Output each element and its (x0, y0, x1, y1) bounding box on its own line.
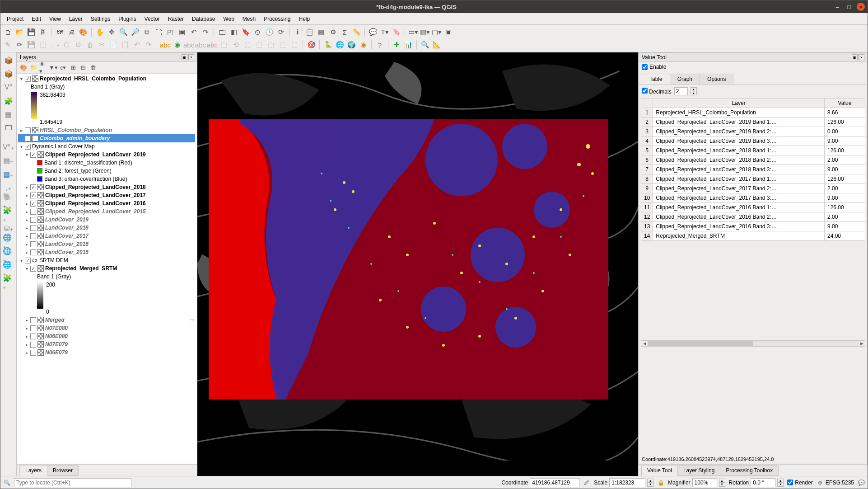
refresh-icon[interactable]: ⟳ (275, 27, 286, 38)
menu-settings[interactable]: Settings (87, 14, 114, 24)
layer-name[interactable]: LandCover_2015 (45, 248, 89, 256)
menu-mesh[interactable]: Mesh (239, 14, 259, 24)
label-icon[interactable]: 🔖 (391, 27, 402, 38)
value-tool-close-button[interactable]: × (859, 54, 864, 60)
label-rotate-icon[interactable]: ⟲ (230, 39, 241, 50)
paste-icon[interactable]: 📋 (120, 39, 131, 50)
tab-value-tool[interactable]: Value Tool (641, 465, 678, 476)
add-vector-icon[interactable]: V°₊ (3, 141, 14, 153)
collapse-all-icon[interactable]: ⊟ (79, 63, 88, 72)
menu-project[interactable]: Project (3, 14, 27, 24)
label-pin-icon[interactable]: abc (195, 39, 206, 50)
select-feature-icon[interactable]: ▭▾ (408, 27, 419, 38)
value-tool-enable-checkbox[interactable]: Enable (642, 64, 864, 70)
rotation-input[interactable] (751, 478, 775, 487)
menu-plugins[interactable]: Plugins (115, 14, 140, 24)
menu-layer[interactable]: Layer (65, 14, 86, 24)
window-maximize-button[interactable]: □ (845, 3, 853, 11)
lock-scale-icon[interactable]: 🔒 (657, 479, 664, 486)
add-feature-icon[interactable]: ⬚ (37, 39, 48, 50)
filter-expr-icon[interactable]: ε▾ (59, 63, 68, 72)
layer-name[interactable]: N06E079 (45, 348, 68, 357)
tab-browser[interactable]: Browser (47, 465, 79, 476)
zoom-next-icon[interactable]: ↷ (200, 27, 211, 38)
layer-checkbox[interactable] (30, 201, 36, 207)
add-group-icon[interactable]: 📁 (29, 63, 38, 72)
magnifier-input[interactable] (692, 478, 717, 487)
add-mssql-icon[interactable]: ⛁₊ (3, 222, 14, 234)
crs-button[interactable]: ⊕ EPSG:5235 (817, 479, 854, 486)
value-table-header-value[interactable]: Value (825, 99, 865, 108)
save-edits-icon[interactable]: 💾 (26, 39, 37, 50)
value-tool-icon[interactable]: ✚ (391, 39, 402, 50)
layer-checkbox[interactable] (25, 76, 31, 82)
save-project-icon[interactable]: 💾 (26, 27, 37, 38)
render-checkbox[interactable]: Render (787, 480, 812, 486)
expand-all-icon[interactable]: ⊞ (69, 63, 78, 72)
label-highlight-icon[interactable]: abc (183, 39, 194, 50)
layer-checkbox[interactable] (25, 127, 31, 133)
layer-checkbox[interactable] (30, 152, 36, 158)
add-xyz-icon[interactable]: 🧩₊ (3, 277, 14, 288)
value-table-row[interactable]: 2Clipped_Reprojected_LandCover_2019 Band… (641, 118, 865, 127)
layer-checkbox[interactable] (30, 317, 36, 323)
save-as-icon[interactable]: 🗄 (37, 27, 48, 38)
new-memory-icon[interactable]: ▦ (3, 108, 14, 120)
value-tool-tab-graph[interactable]: Graph (670, 74, 700, 84)
add-spatialite-icon[interactable]: 🧩₊ (3, 209, 14, 221)
dig-poly-icon[interactable]: ⬡ (61, 39, 72, 50)
new-map-view-icon[interactable]: 🗔 (217, 27, 228, 38)
locator-input[interactable] (14, 478, 131, 487)
window-close-button[interactable]: × (857, 3, 865, 11)
processing-model-icon[interactable]: 📐 (431, 39, 442, 50)
layer-name[interactable]: LandCover_2017 (45, 232, 89, 240)
style-manager-icon[interactable]: 🎨 (78, 27, 89, 38)
open-project-icon[interactable]: 📂 (14, 27, 25, 38)
remove-layer-icon[interactable]: 🗑 (89, 63, 98, 72)
identify-icon[interactable]: ℹ (292, 27, 303, 38)
group-name[interactable]: SRTM DEM (39, 256, 68, 264)
plugin-earth2-icon[interactable]: 🌍 (346, 39, 357, 50)
layout-manager-icon[interactable]: 🖨 (66, 27, 77, 38)
calc-field-icon[interactable]: 📋 (304, 27, 315, 38)
plugin-earth1-icon[interactable]: 🌐 (334, 39, 345, 50)
layers-panel-undock-button[interactable]: ▣ (182, 54, 187, 60)
layer-name[interactable]: Clipped_Reprojected_LandCover_2017 (45, 191, 146, 199)
select-all-icon[interactable]: ▣ (443, 27, 454, 38)
label-diagram-icon[interactable]: ◉ (172, 39, 182, 50)
zoom-out-icon[interactable]: 🔎 (130, 27, 140, 38)
magnifier-spinner[interactable]: ▲▼ (719, 479, 725, 487)
value-table-row[interactable]: 7Clipped_Reprojected_LandCover_2018 Band… (641, 165, 865, 174)
add-poly-icon[interactable]: ⟋▾ (49, 39, 60, 50)
new-3d-view-icon[interactable]: ◧ (229, 27, 239, 38)
pan-selection-icon[interactable]: ✥ (106, 27, 117, 38)
label-tool7-icon[interactable]: ⬚ (277, 39, 288, 50)
layer-name[interactable]: Clipped_Reprojected_LandCover_2015 (45, 207, 146, 216)
layer-name[interactable]: Reprojected_Merged_SRTM (45, 264, 117, 273)
layer-indicator-icon[interactable]: ▭ (189, 316, 194, 324)
stats-summary-icon[interactable]: ⚙ (327, 27, 338, 38)
layer-name[interactable]: Clipped_Reprojected_LandCover_2019 (45, 150, 146, 159)
map-canvas[interactable] (197, 52, 638, 476)
menu-web[interactable]: Web (219, 14, 238, 24)
print-layout-icon[interactable]: 🗺 (54, 27, 65, 38)
menu-database[interactable]: Database (188, 14, 219, 24)
sum-icon[interactable]: Σ (339, 27, 350, 38)
rotation-spinner[interactable]: ▲▼ (777, 479, 784, 487)
layers-panel-close-button[interactable]: × (188, 54, 194, 60)
visibility-icon[interactable]: 👁▾ (39, 63, 48, 72)
menu-edit[interactable]: Edit (28, 14, 45, 24)
maptips-icon[interactable]: 💬 (368, 27, 378, 38)
layer-name[interactable]: HRSL_Colombo_Population (40, 126, 112, 134)
label-toolbar-icon[interactable]: abc (160, 39, 171, 50)
label-change-icon[interactable]: ⬚ (242, 39, 253, 50)
help-toolbar-icon[interactable]: ? (374, 39, 385, 50)
layer-name[interactable]: N07E079 (45, 340, 68, 348)
plugin-target-icon[interactable]: 🎯 (306, 39, 317, 50)
filter-legend-icon[interactable]: ▼▾ (49, 63, 58, 72)
selected-layer-row[interactable]: Colombo_admin_boundary (18, 134, 195, 142)
new-project-icon[interactable]: 🗋 (2, 27, 13, 38)
value-table-header-layer[interactable]: Layer (653, 99, 825, 108)
layer-name[interactable]: LandCover_2016 (45, 240, 89, 248)
show-bookmarks-icon[interactable]: ⏲ (252, 27, 263, 38)
